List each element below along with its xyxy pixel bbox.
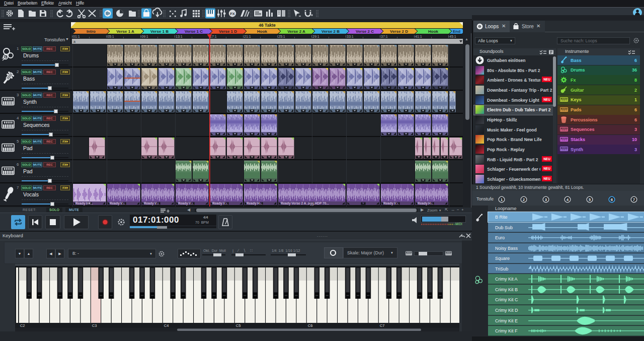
svg-text:1: 1 [501, 197, 503, 202]
svg-text:5: 5 [589, 197, 591, 202]
svg-text:01:1: 01:1 [73, 35, 80, 38]
svg-text:C4: C4 [164, 323, 169, 328]
svg-text:41:1: 41:1 [415, 35, 422, 38]
svg-text:FX: FX [230, 12, 235, 16]
svg-text:Ready V...: Ready V... [144, 201, 159, 206]
svg-text:Ready Int...: Ready Int... [75, 201, 93, 206]
svg-text:Verse 2 C: Verse 2 C [356, 29, 374, 34]
svg-text:a: a [73, 40, 75, 43]
svg-text:Ready V...: Ready V... [178, 201, 194, 206]
svg-text:6: 6 [611, 197, 613, 202]
svg-text:C5: C5 [236, 323, 241, 328]
svg-text:09:1: 09:1 [141, 35, 148, 38]
svg-text:Ready V...: Ready V... [383, 201, 399, 206]
svg-text:C6: C6 [308, 323, 313, 328]
svg-text:Verse 1 B: Verse 1 B [150, 29, 169, 34]
svg-text:37:1: 37:1 [381, 35, 388, 38]
svg-text:29:1: 29:1 [312, 35, 319, 38]
svg-text:Verse 1 D: Verse 1 D [219, 29, 237, 34]
svg-text:C7: C7 [380, 323, 385, 328]
svg-text:05:1: 05:1 [107, 35, 114, 38]
svg-text:2: 2 [523, 197, 525, 202]
svg-text:Verse 2 A: Verse 2 A [287, 29, 305, 34]
svg-text:Verse 1 A: Verse 1 A [116, 29, 134, 34]
svg-text:Ready H...: Ready H... [247, 201, 263, 206]
svg-text:Ready V...: Ready V... [110, 201, 125, 206]
svg-text:End: End [453, 29, 460, 34]
svg-text:46 Takte: 46 Takte [259, 23, 276, 28]
svg-text:Ready Verse 2 A_̲ogg.HDP 70..: Ready Verse 2 A_̲ogg.HDP 70... [281, 201, 329, 206]
svg-text:C3: C3 [92, 323, 97, 328]
svg-text:45:1: 45:1 [449, 35, 456, 38]
svg-text:Ready V...: Ready V... [212, 201, 228, 206]
svg-text:13:1: 13:1 [176, 35, 183, 38]
svg-text:Ready H...: Ready H... [418, 201, 434, 206]
svg-text:Verse 2 B: Verse 2 B [321, 29, 340, 34]
svg-text:33:1: 33:1 [347, 35, 354, 38]
svg-text:Hook: Hook [428, 29, 439, 34]
svg-text:3: 3 [544, 197, 547, 202]
svg-text:4: 4 [567, 197, 569, 202]
svg-text:Intro: Intro [87, 29, 96, 34]
svg-text:Verse 1 C: Verse 1 C [185, 29, 203, 34]
svg-text:7: 7 [633, 197, 635, 202]
svg-text:Hook: Hook [257, 29, 268, 34]
svg-text:Verse 2 D: Verse 2 D [390, 29, 408, 34]
svg-text:21:1: 21:1 [244, 35, 251, 38]
svg-text:25:1: 25:1 [278, 35, 285, 38]
svg-text:C2: C2 [20, 323, 25, 328]
